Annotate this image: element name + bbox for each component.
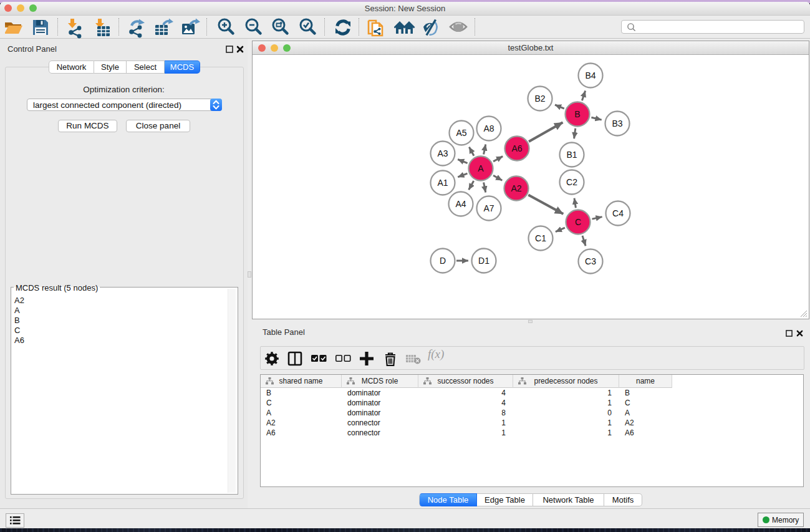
svg-text:A5: A5 — [456, 128, 466, 138]
svg-text:D1: D1 — [478, 256, 489, 266]
svg-text:B1: B1 — [566, 150, 577, 160]
svg-text:A4: A4 — [455, 199, 466, 209]
svg-text:A3: A3 — [437, 148, 448, 158]
svg-text:A2: A2 — [511, 183, 521, 193]
svg-text:B3: B3 — [612, 118, 622, 128]
svg-text:A7: A7 — [483, 203, 494, 213]
svg-text:A8: A8 — [483, 123, 494, 133]
svg-text:B4: B4 — [585, 70, 595, 80]
svg-text:C2: C2 — [566, 177, 577, 187]
svg-text:C: C — [575, 217, 581, 227]
svg-text:A1: A1 — [437, 178, 448, 188]
svg-text:C3: C3 — [585, 256, 596, 266]
svg-text:C4: C4 — [612, 208, 624, 218]
svg-text:A: A — [478, 163, 484, 173]
svg-text:A6: A6 — [511, 143, 522, 153]
svg-text:C1: C1 — [535, 233, 546, 243]
svg-text:D: D — [440, 256, 446, 266]
svg-text:B: B — [574, 109, 580, 119]
svg-text:B2: B2 — [534, 94, 545, 104]
